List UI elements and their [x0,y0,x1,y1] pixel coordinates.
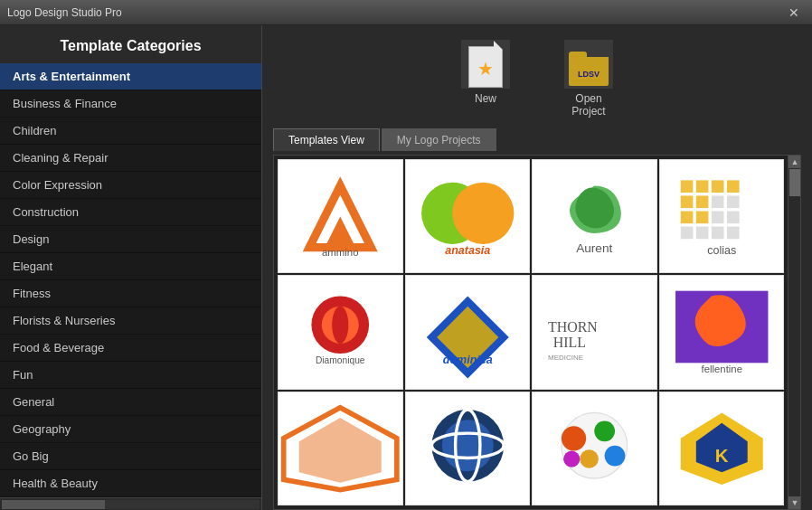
new-icon-box: ★ [461,40,510,89]
svg-rect-12 [695,195,708,208]
top-icons-row: ★ New LDSV OpenProject [273,40,801,118]
svg-rect-8 [695,180,708,193]
svg-point-26 [332,307,348,344]
svg-rect-15 [680,211,693,223]
doc-corner [494,41,503,50]
grid-scrollbar[interactable]: ▲ ▼ [788,156,800,509]
category-item-arts[interactable]: Arts & Entertainment [0,63,261,90]
category-item-fitness[interactable]: Fitness [0,280,261,307]
close-button[interactable]: ✕ [783,4,805,22]
template-cell-ammino[interactable]: ammino [278,159,403,273]
open-project-button[interactable]: LDSV OpenProject [564,40,613,118]
svg-rect-17 [711,211,723,223]
templates-grid: ammino anatasia Aurent colias Diamonique [274,156,788,509]
category-item-design[interactable]: Design [0,226,261,253]
category-item-cleaning[interactable]: Cleaning & Repair [0,145,261,172]
svg-point-4 [452,183,514,244]
category-item-food[interactable]: Food & Beverage [0,335,261,362]
main-container: Template Categories Arts & Entertainment… [0,25,812,510]
template-cell-dominica[interactable]: dominica [405,275,531,389]
scroll-track[interactable] [788,168,800,496]
h-scroll-track[interactable] [2,500,260,509]
template-cell-fellentine[interactable]: fellentine [659,275,785,389]
open-icon-box: LDSV [564,40,613,89]
scroll-down-button[interactable]: ▼ [788,496,801,509]
svg-text:K: K [714,445,728,466]
svg-rect-20 [695,227,708,240]
svg-point-46 [580,449,598,468]
svg-point-44 [594,420,615,441]
new-icon: ★ [466,41,505,88]
svg-point-43 [562,426,586,450]
svg-text:Aurent: Aurent [576,241,612,255]
scroll-up-button[interactable]: ▲ [788,156,801,168]
svg-rect-19 [680,227,693,240]
svg-text:colias: colias [707,244,736,257]
tab-mylogos[interactable]: My Logo Projects [382,128,496,151]
svg-marker-37 [299,418,382,483]
template-cell-anatasia[interactable]: anatasia [405,159,531,273]
template-cell-logo12[interactable]: K [659,392,785,505]
category-list-wrapper: Arts & EntertainmentBusiness & FinanceCh… [0,63,261,510]
right-panel: ★ New LDSV OpenProject Temp [262,25,812,510]
template-cell-aurent[interactable]: Aurent [532,159,657,273]
svg-point-39 [441,420,493,471]
svg-text:ammino: ammino [322,246,358,257]
template-cell-diamonique[interactable]: Diamonique [278,275,403,389]
open-label: OpenProject [571,92,605,118]
templates-area: ammino anatasia Aurent colias Diamonique [273,155,801,510]
svg-rect-10 [726,180,739,193]
svg-text:dominica: dominica [442,354,492,367]
new-label: New [475,92,496,105]
folder-back: LDSV [569,57,609,86]
svg-rect-16 [695,211,708,223]
category-list[interactable]: Arts & EntertainmentBusiness & FinanceCh… [0,63,261,497]
svg-text:fellentine: fellentine [701,364,741,374]
category-item-health[interactable]: Health & Beauty [0,470,261,497]
left-panel: Template Categories Arts & Entertainment… [0,25,262,510]
template-cell-thornhill[interactable]: THORN HILL MEDICINE [532,275,657,389]
svg-rect-21 [711,227,723,240]
svg-text:Diamonique: Diamonique [316,356,365,366]
svg-rect-18 [726,211,739,223]
template-cell-logo9[interactable] [278,392,403,505]
app-title: Logo Design Studio Pro [7,6,122,19]
svg-rect-14 [726,195,739,208]
template-cell-logo10[interactable] [405,392,531,505]
new-button[interactable]: ★ New [461,40,510,118]
svg-rect-13 [711,195,723,208]
category-item-business[interactable]: Business & Finance [0,90,261,118]
category-item-color[interactable]: Color Expression [0,172,261,199]
category-item-fun[interactable]: Fun [0,362,261,389]
star-icon: ★ [477,58,494,80]
tabs-row: Templates View My Logo Projects [273,128,801,151]
h-scroll-thumb[interactable] [2,500,105,509]
template-cell-colias[interactable]: colias [659,159,785,273]
svg-text:anatasia: anatasia [445,244,490,257]
category-item-general[interactable]: General [0,389,261,416]
svg-point-45 [605,445,626,466]
category-item-geography[interactable]: Geography [0,416,261,443]
category-item-florists[interactable]: Florists & Nurseries [0,307,261,335]
svg-point-47 [563,450,580,467]
svg-rect-9 [711,180,723,193]
svg-rect-22 [726,227,739,240]
svg-marker-1 [325,216,355,247]
title-bar: Logo Design Studio Pro ✕ [0,0,812,25]
tab-templates[interactable]: Templates View [273,128,380,151]
open-icon: LDSV [566,42,611,86]
template-cell-logo11[interactable] [532,392,657,505]
category-item-construction[interactable]: Construction [0,199,261,226]
scroll-thumb[interactable] [789,169,800,196]
category-item-children[interactable]: Children [0,118,261,145]
category-item-gobig[interactable]: Go Big [0,443,261,470]
svg-rect-7 [680,180,693,193]
svg-text:THORN: THORN [548,319,598,335]
svg-text:MEDICINE: MEDICINE [548,354,583,362]
panel-title: Template Categories [0,25,261,63]
category-item-elegant[interactable]: Elegant [0,253,261,280]
folder-label: LDSV [578,70,600,79]
svg-text:HILL: HILL [553,335,586,351]
horizontal-scrollbar[interactable] [0,497,261,510]
svg-rect-11 [680,195,693,208]
